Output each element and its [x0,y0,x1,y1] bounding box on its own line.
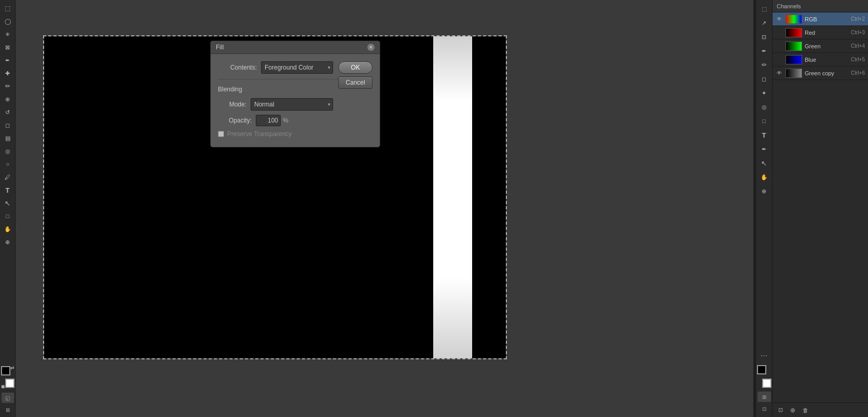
right-color-swatch-area [756,363,773,390]
channel-shortcut-green: Ctrl+4 [851,43,865,49]
right-tool-crop[interactable]: ⊡ [757,30,771,44]
preserve-row: Preserve Transparency [218,130,373,138]
tool-crop[interactable]: ⊠ [2,41,14,53]
channel-name-blue: Blue [805,57,848,63]
dialog-body: Contents: Foreground Color Background Co… [211,54,380,147]
channel-name-green-copy: Green copy [805,70,848,76]
channel-thumb-green-copy [786,69,802,78]
channels-panel-title: Channels [777,3,801,9]
preserve-checkbox[interactable] [218,131,224,137]
quick-mask-btn[interactable]: ◱ [2,393,14,403]
channel-row-blue[interactable]: Blue Ctrl+5 [773,53,868,66]
channels-panel: Channels 👁 RGB Ctrl+2 Red Ctrl+3 Green C… [772,0,868,417]
default-colors-icon[interactable]: ◼ [1,384,5,389]
right-tool-shape[interactable]: □ [757,114,771,128]
right-tool-type[interactable]: T [757,128,771,142]
mode-dropdown[interactable]: Normal Dissolve Multiply Screen Overlay [251,98,333,111]
contents-dropdown[interactable]: Foreground Color Background Color Color.… [261,61,333,74]
right-tool-marquee[interactable]: ⬚ [757,2,771,16]
channel-thumb-red [786,28,802,37]
tool-clone[interactable]: ⊕ [2,93,14,105]
channel-row-green-copy[interactable]: 👁 Green copy Ctrl+6 [773,66,868,80]
ok-button[interactable]: OK [338,61,373,74]
right-tool-brush[interactable]: ✏ [757,58,771,72]
dialog-close-button[interactable]: ✕ [367,44,375,51]
tool-gradient[interactable]: ▤ [2,132,14,144]
right-tool-more[interactable]: … [757,347,771,360]
channel-eye-green-copy: 👁 [776,70,783,77]
right-tool-eraser[interactable]: ◻ [757,72,771,86]
dialog-title: Fill [216,44,224,51]
tool-eraser[interactable]: ◻ [2,119,14,131]
cancel-button[interactable]: Cancel [338,76,373,89]
right-tool-select[interactable]: ↖ [757,156,771,170]
bg-color-swatch[interactable] [5,379,15,388]
right-icon-toolbar: ⬚ ↗ ⊡ ✒ ✏ ◻ ✦ ◎ □ T ✒ ↖ ✋ ⊕ … ⊞ ⊡ [755,0,772,417]
screen-mode-btn[interactable]: ⊞ [2,405,14,415]
channel-eye-red [776,29,783,36]
tool-dodge[interactable]: ○ [2,158,14,170]
right-tool-path[interactable]: ✒ [757,142,771,156]
dialog-titlebar[interactable]: Fill ✕ [211,41,380,54]
channel-name-rgb: RGB [805,16,848,22]
tool-history[interactable]: ↺ [2,106,14,118]
opacity-input[interactable] [256,115,281,126]
channel-shortcut-green-copy: Ctrl+6 [851,70,865,76]
right-tool-burn[interactable]: ◎ [757,100,771,114]
channel-row-red[interactable]: Red Ctrl+3 [773,26,868,39]
tool-hand[interactable]: ✋ [2,223,14,235]
tool-brush[interactable]: ✏ [2,80,14,92]
color-swatch-area: ⇄ ◼ [0,364,16,390]
tool-blur[interactable]: ◎ [2,145,14,157]
right-frame-mode[interactable]: ⊡ [757,403,771,414]
fill-dialog: Fill ✕ Contents: Foreground Color Backgr… [210,41,380,147]
right-fg-swatch[interactable] [757,365,766,374]
tool-magic-wand[interactable]: ✳ [2,28,14,41]
channel-thumb-blue [786,55,802,64]
right-tool-hand[interactable]: ✋ [757,170,771,184]
right-bg-swatch[interactable] [762,379,771,388]
canvas-white-streak [433,36,472,358]
right-screen-mode[interactable]: ⊞ [757,392,771,402]
channels-mask-btn[interactable]: ⊡ [775,405,786,415]
right-tool-eyedropper[interactable]: ✒ [757,44,771,58]
channel-eye-green [776,43,783,50]
swap-colors-icon[interactable]: ⇄ [10,365,15,370]
percent-sign: % [283,117,288,124]
channel-shortcut-rgb: Ctrl+2 [851,16,865,22]
channel-eye-blue [776,56,783,63]
channel-name-red: Red [805,30,848,36]
opacity-label: Opacity: [218,117,252,124]
tool-pen[interactable]: 🖊 [2,171,14,183]
contents-label: Contents: [218,64,257,71]
channel-shortcut-blue: Ctrl+5 [851,57,865,62]
channel-row-rgb[interactable]: 👁 RGB Ctrl+2 [773,12,868,26]
mode-dropdown-wrapper: Normal Dissolve Multiply Screen Overlay … [251,98,333,111]
tool-marquee[interactable]: ⬚ [2,2,14,15]
dialog-buttons-area: OK Cancel [338,61,373,89]
channel-thumb-rgb [786,15,802,24]
tool-path-select[interactable]: ↖ [2,197,14,209]
mode-row: Mode: Normal Dissolve Multiply Screen Ov… [218,98,373,111]
channel-thumb-green [786,42,802,51]
right-tool-smudge[interactable]: ✦ [757,86,771,100]
channel-row-green[interactable]: Green Ctrl+4 [773,39,868,53]
main-canvas-area: Fill ✕ Contents: Foreground Color Backgr… [16,0,753,417]
channel-eye-rgb: 👁 [776,16,783,23]
left-toolbar: ⬚ ◯ ✳ ⊠ ✒ ✚ ✏ ⊕ ↺ ◻ ▤ ◎ ○ 🖊 T ↖ □ ✋ ⊕ ⇄ … [0,0,16,417]
channels-new-btn[interactable]: ⊕ [787,405,798,415]
tool-lasso[interactable]: ◯ [2,15,14,28]
opacity-row: Opacity: % [218,115,373,126]
right-tool-lasso[interactable]: ↗ [757,16,771,30]
channels-delete-btn[interactable]: 🗑 [800,405,811,415]
tool-shape[interactable]: □ [2,210,14,222]
tool-heal[interactable]: ✚ [2,67,14,79]
channels-panel-bottom-toolbar: ⊡ ⊕ 🗑 [773,402,868,417]
tool-type[interactable]: T [2,184,14,196]
fg-color-swatch[interactable] [1,366,10,375]
channel-shortcut-red: Ctrl+3 [851,30,865,35]
right-tool-zoom[interactable]: ⊕ [757,184,771,198]
channels-panel-header: Channels [773,0,868,12]
tool-eyedropper[interactable]: ✒ [2,54,14,66]
tool-zoom[interactable]: ⊕ [2,236,14,248]
